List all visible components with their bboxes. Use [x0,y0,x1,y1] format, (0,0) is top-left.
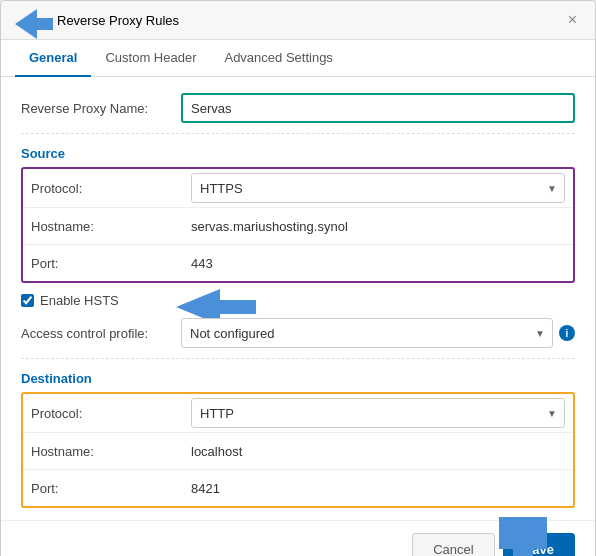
svg-marker-2 [499,517,547,556]
access-control-select-wrapper: Not configured ▼ [181,318,553,348]
source-protocol-row: Protocol: HTTPS HTTP ▼ [23,169,573,208]
hsts-label: Enable HSTS [40,293,119,308]
dest-port-label: Port: [31,481,191,496]
dialog-header: Reverse Proxy Rules × [1,1,595,40]
reverse-proxy-rules-dialog: Reverse Proxy Rules × General Custom Hea… [0,0,596,556]
source-protocol-select[interactable]: HTTPS HTTP [191,173,565,203]
dest-protocol-label: Protocol: [31,406,191,421]
source-port-label: Port: [31,256,191,271]
access-control-label: Access control profile: [21,326,181,341]
info-icon[interactable]: i [559,325,575,341]
dest-protocol-select[interactable]: HTTP HTTPS [191,398,565,428]
dest-port-input[interactable] [191,474,565,502]
tab-general[interactable]: General [15,40,91,77]
tab-advanced-settings[interactable]: Advanced Settings [210,40,346,77]
access-control-select[interactable]: Not configured [181,318,553,348]
source-port-input[interactable] [191,249,565,277]
destination-fields-group: Protocol: HTTP HTTPS ▼ Hostname: Port: [21,392,575,508]
access-control-row: Access control profile: Not configured ▼… [21,318,575,348]
save-arrow-icon [499,517,547,556]
tab-custom-header[interactable]: Custom Header [91,40,210,77]
source-protocol-label: Protocol: [31,181,191,196]
dialog-body: Reverse Proxy Name: Source Protocol: HTT… [1,77,595,520]
back-arrow-icon [15,9,53,39]
section-divider-1 [21,133,575,134]
source-protocol-select-wrapper: HTTPS HTTP ▼ [191,173,565,203]
close-button[interactable]: × [564,11,581,29]
dialog-footer: Cancel Save [1,520,595,556]
section-divider-2 [21,358,575,359]
dest-port-row: Port: [23,470,573,506]
cancel-button[interactable]: Cancel [412,533,494,556]
source-hostname-row: Hostname: [23,208,573,245]
source-hostname-label: Hostname: [31,219,191,234]
hsts-row: Enable HSTS [21,293,575,308]
dest-protocol-select-wrapper: HTTP HTTPS ▼ [191,398,565,428]
proxy-name-label: Reverse Proxy Name: [21,101,181,116]
source-section-title: Source [21,146,575,161]
dest-hostname-input[interactable] [191,437,565,465]
hsts-checkbox[interactable] [21,294,34,307]
source-port-row: Port: [23,245,573,281]
dialog-title: Reverse Proxy Rules [57,13,179,28]
svg-marker-0 [15,9,53,39]
proxy-name-row: Reverse Proxy Name: [21,93,575,123]
source-hostname-input[interactable] [191,212,565,240]
dest-hostname-row: Hostname: [23,433,573,470]
source-fields-group: Protocol: HTTPS HTTP ▼ Hostname: Port: [21,167,575,283]
proxy-name-input[interactable] [181,93,575,123]
destination-section-title: Destination [21,371,575,386]
dest-hostname-label: Hostname: [31,444,191,459]
dest-protocol-row: Protocol: HTTP HTTPS ▼ [23,394,573,433]
tabs-container: General Custom Header Advanced Settings [1,40,595,77]
